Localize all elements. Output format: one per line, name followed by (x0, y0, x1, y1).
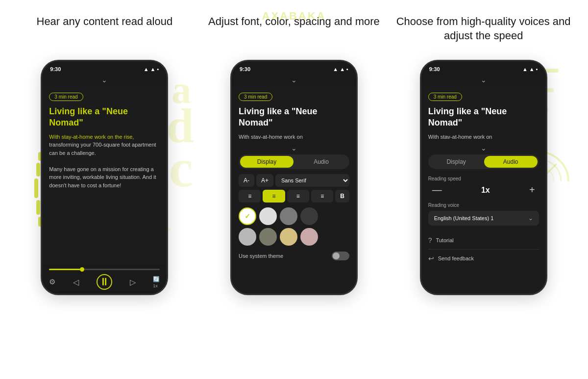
chevron-down-icon[interactable]: ⌄ (101, 76, 107, 84)
tutorial-label: Tutorial (436, 237, 453, 243)
body-preview-3: With stav-at-home work on (428, 134, 492, 140)
speed-toggle[interactable]: 🔄1x (153, 276, 160, 288)
battery-icon-3: ▪ (536, 66, 538, 72)
article-body-3: With stav-at-home work on (428, 133, 539, 141)
phone-2: 9:30 ▲ ▲ ▪ ⌄ 3 min read Living like a "N… (230, 60, 358, 295)
wifi-icon-3: ▲ (529, 66, 535, 72)
phone3-content: 3 min read Living like a "Neue Nomad" Wi… (421, 87, 546, 294)
wifi-icon-2: ▲ (340, 66, 345, 72)
feedback-item[interactable]: ↩ Send feedback (428, 251, 539, 266)
color-row-2 (239, 228, 349, 246)
audio-tab[interactable]: Audio (294, 156, 348, 168)
phone1-top-bar: 9:30 ▲ ▲ ▪ (42, 61, 167, 74)
chevron-down-icon-3[interactable]: ⌄ (481, 76, 487, 84)
voice-select-text: English (United States) 1 (434, 215, 494, 221)
phone3-nav-bar: ⌄ (421, 74, 546, 87)
phone3-top-bar: 9:30 ▲ ▲ ▪ (421, 61, 546, 74)
align-left-btn[interactable]: ≡ (239, 190, 261, 202)
align-right-btn[interactable]: ≡ (287, 190, 309, 202)
display-audio-tabs-3: Display Audio (428, 154, 539, 169)
check-mark: ✓ (245, 212, 250, 220)
column-2: Adjust font, color, spacing and more 9:3… (206, 15, 382, 295)
column-1: Hear any content read aloud 9:30 ▲ ▲ ▪ ⌄… (16, 15, 193, 295)
signal-icon-3: ▲ (522, 66, 528, 72)
phone2-top-bar: 9:30 ▲ ▲ ▪ (232, 61, 356, 74)
font-controls: A- A+ Sans Serif Serif Monospace (239, 174, 349, 187)
phone1-status-icons: ▲ ▲ ▪ (144, 66, 159, 72)
audio-tab-3[interactable]: Audio (484, 156, 538, 168)
display-audio-tabs: Display Audio (239, 154, 349, 169)
signal-icon: ▲ (144, 66, 149, 72)
color-khaki[interactable] (259, 228, 277, 246)
speed-minus-btn[interactable]: — (428, 184, 446, 196)
phone-1: 9:30 ▲ ▲ ▪ ⌄ 3 min read Living like a "N… (41, 60, 168, 295)
phone1-content: 3 min read Living like a "Neue Nomad" Wi… (42, 87, 167, 265)
phone3-status-icons: ▲ ▲ ▪ (522, 66, 538, 72)
color-rose[interactable] (300, 228, 318, 246)
feedback-icon: ↩ (428, 254, 434, 262)
speed-value: 1x (481, 186, 490, 195)
body-preview-2: With stav-at-home work on (239, 134, 303, 140)
body-2: Many have gone on a mission for creating… (49, 166, 156, 188)
display-tab[interactable]: Display (240, 156, 294, 168)
system-theme-toggle[interactable] (332, 252, 349, 260)
phone-3: 9:30 ▲ ▲ ▪ ⌄ 3 min read Living like a "N… (420, 60, 547, 295)
color-white[interactable]: ✓ (239, 207, 256, 225)
align-justify-btn[interactable]: ≡ (311, 190, 333, 202)
reading-speed-label: Reading speed (428, 176, 539, 181)
bold-btn[interactable]: B (335, 190, 349, 202)
col2-heading: Adjust font, color, spacing and more (208, 15, 380, 49)
read-badge: 3 min read (49, 93, 83, 101)
use-system-row: Use system theme (239, 249, 349, 260)
phone2-content: 3 min read Living like a "Neue Nomad" Wi… (232, 87, 356, 294)
phone3-time: 9:30 (429, 66, 440, 72)
progress-dot (80, 267, 84, 272)
align-center-btn[interactable]: ≡ (263, 190, 285, 202)
feedback-label: Send feedback (438, 255, 474, 261)
wifi-icon: ▲ (150, 66, 156, 72)
align-controls: ≡ ≡ ≡ ≡ B (239, 190, 349, 202)
article-title: Living like a "Neue Nomad" (49, 106, 160, 129)
color-medium-gray[interactable] (239, 228, 256, 246)
battery-icon: ▪ (157, 66, 159, 72)
color-gray[interactable] (280, 207, 297, 225)
tutorial-item[interactable]: ? Tutorial (428, 232, 539, 248)
page-wrapper: AXABAKA a a ad ac a (0, 0, 588, 379)
speed-plus-btn[interactable]: + (525, 184, 539, 196)
read-badge-2: 3 min read (239, 93, 272, 101)
chevron-down-icon-2[interactable]: ⌄ (291, 76, 297, 84)
phone1-nav-bar: ⌄ (42, 74, 167, 87)
toggle-dot (333, 253, 340, 259)
color-dark[interactable] (300, 207, 318, 225)
article-body-2: With stav-at-home work on (239, 133, 349, 141)
body-normal: transforming your 700-square foot apartm… (49, 142, 156, 156)
audio-section: Reading speed — 1x + Reading voice Engli… (428, 174, 539, 268)
col1-heading: Hear any content read aloud (37, 15, 173, 49)
progress-fill (49, 269, 82, 270)
tutorial-icon: ? (428, 236, 432, 244)
speed-control: — 1x + (428, 184, 539, 196)
battery-icon-2: ▪ (346, 66, 348, 72)
prev-button[interactable]: ◁ (73, 278, 79, 287)
color-warm[interactable] (280, 228, 297, 246)
progress-bar (49, 269, 160, 270)
font-family-select[interactable]: Sans Serif Serif Monospace (275, 174, 349, 187)
pause-button[interactable]: ⏸ (97, 274, 112, 290)
color-light-gray[interactable] (259, 207, 277, 225)
font-plus-btn[interactable]: A+ (256, 174, 273, 187)
font-minus-btn[interactable]: A- (239, 174, 254, 187)
voice-select[interactable]: English (United States) 1 ⌄ (428, 211, 539, 226)
chevron-right-icon: ⌄ (528, 215, 533, 222)
phone1-bottom-bar: ⚙ ◁ ⏸ ▷ 🔄1x (42, 265, 167, 294)
phone2-time: 9:30 (240, 66, 250, 72)
column-3: Choose from high-quality voices and adju… (395, 15, 572, 295)
settings-button[interactable]: ⚙ (49, 278, 55, 286)
reading-voice-label: Reading voice (428, 202, 539, 208)
use-system-label: Use system theme (239, 253, 283, 259)
body-highlight: With stay-at-home work on the rise, (49, 134, 134, 140)
read-badge-3: 3 min read (428, 93, 462, 101)
phone2-status-icons: ▲ ▲ ▪ (333, 66, 348, 72)
phone2-nav-bar: ⌄ (232, 74, 356, 87)
display-tab-3[interactable]: Display (430, 156, 483, 168)
next-button[interactable]: ▷ (130, 278, 136, 287)
